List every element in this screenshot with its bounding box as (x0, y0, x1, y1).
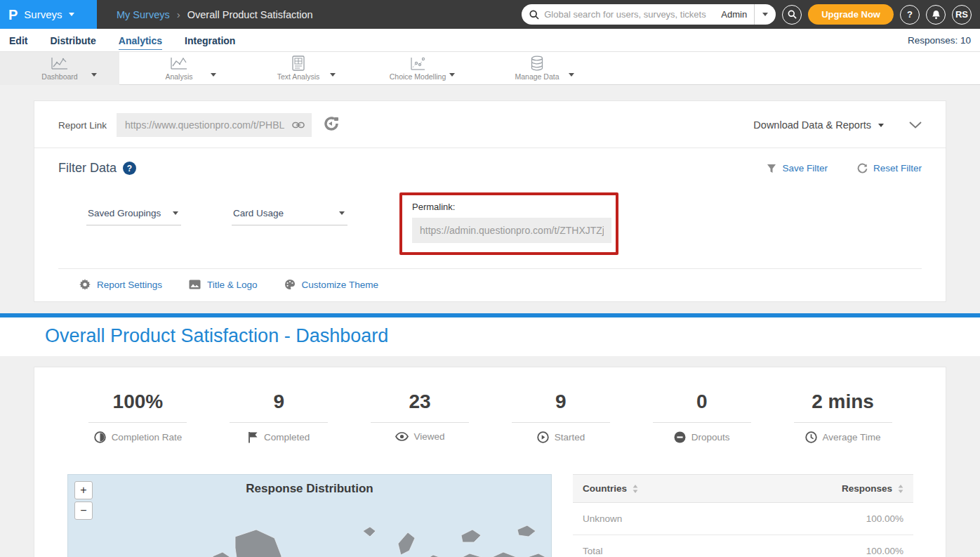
stat-completion-rate: 100% Completion Rate (67, 391, 208, 443)
tab-integration[interactable]: Integration (185, 31, 235, 49)
notifications-button[interactable] (926, 5, 946, 25)
breadcrumb-my-surveys[interactable]: My Surveys (117, 9, 170, 20)
report-footer-links: Report Settings Title & Logo Customize T… (58, 269, 922, 301)
dropdown-caret[interactable] (330, 67, 336, 79)
app-menu-surveys[interactable]: P Surveys (0, 0, 97, 29)
report-settings-link[interactable]: Report Settings (79, 279, 162, 290)
chevron-down-icon (211, 73, 216, 77)
image-icon (189, 280, 201, 289)
dropdown-caret[interactable] (211, 67, 216, 79)
global-search-input[interactable] (544, 9, 714, 20)
world-map[interactable] (68, 510, 552, 557)
filter-help-icon[interactable]: ? (123, 162, 136, 175)
page: P Surveys My Surveys › Overall Product S… (0, 0, 980, 557)
tool-tab-analysis[interactable]: Analysis (119, 52, 239, 85)
stat-label: Average Time (823, 432, 881, 443)
secure-link-icon[interactable] (324, 116, 339, 134)
line-chart-icon (51, 55, 69, 71)
stat-completed: 9 Completed (208, 391, 350, 443)
country-cell: Unknown (573, 503, 736, 535)
refresh-icon (857, 163, 868, 173)
clock-icon (805, 431, 817, 443)
survey-stats-row: 100% Completion Rate 9 Completed 23 (67, 391, 913, 443)
stat-value: 23 (409, 391, 430, 413)
document-table-icon (291, 55, 305, 71)
link-icon[interactable] (292, 121, 305, 129)
tool-tab-choice-modelling[interactable]: Choice Modelling (358, 52, 477, 85)
download-label: Download Data & Reports (753, 119, 871, 131)
chevron-down-icon (878, 124, 884, 127)
help-button[interactable]: ? (900, 5, 920, 25)
divider (653, 422, 751, 423)
user-avatar[interactable]: RS (952, 5, 972, 25)
reset-filter-button[interactable]: Reset Filter (857, 163, 922, 173)
tab-distribute[interactable]: Distribute (50, 31, 95, 49)
chevron-down-icon (339, 211, 345, 215)
reset-filter-label: Reset Filter (873, 163, 922, 173)
filter-data-section: Filter Data ? Save Filter Reset Filter S… (34, 148, 946, 301)
saved-groupings-label: Saved Groupings (88, 208, 161, 218)
contrast-icon (94, 431, 106, 443)
tool-tab-label: Choice Modelling (390, 72, 446, 81)
search-icon (788, 10, 797, 19)
report-link-label: Report Link (58, 120, 107, 131)
tool-tab-text-analysis[interactable]: Text Analysis (239, 52, 358, 85)
question-mark-icon: ? (907, 9, 913, 20)
title-logo-link[interactable]: Title & Logo (189, 280, 258, 290)
report-settings-label: Report Settings (97, 280, 162, 290)
filter-header: Filter Data ? Save Filter Reset Filter (58, 161, 922, 176)
saved-groupings-dropdown[interactable]: Saved Groupings (86, 208, 181, 225)
sort-icon (898, 485, 903, 493)
tool-tab-label: Dashboard (41, 72, 77, 81)
page-title: Overall Product Satisfaction - Dashboard (45, 325, 980, 347)
customize-theme-link[interactable]: Customize Theme (284, 279, 378, 290)
tab-edit[interactable]: Edit (9, 31, 27, 49)
analytics-toolbar: Dashboard Analysis Text Analysis Choice … (0, 52, 980, 85)
stat-label: Completed (264, 432, 310, 443)
table-row: Unknown 100.00% (573, 503, 913, 535)
save-filter-button[interactable]: Save Filter (767, 163, 828, 173)
scatter-chart-icon (409, 55, 426, 71)
zoom-in-button[interactable]: + (74, 481, 93, 499)
download-data-reports-dropdown[interactable]: Download Data & Reports (753, 119, 884, 131)
dashboard-card: 100% Completion Rate 9 Completed 23 (34, 367, 946, 557)
permalink-input[interactable] (412, 218, 611, 243)
search-scope-selector[interactable]: Admin (714, 9, 754, 20)
responses-cell: 100.00% (736, 535, 913, 557)
dropdown-caret[interactable] (569, 67, 574, 79)
minus-circle-icon (674, 431, 686, 443)
line-chart-icon (170, 55, 188, 71)
upgrade-now-button[interactable]: Upgrade Now (808, 4, 894, 25)
dropdown-caret[interactable] (449, 67, 455, 79)
search-button[interactable] (782, 5, 802, 25)
breadcrumb-separator: › (177, 8, 180, 20)
chevron-down-icon (173, 211, 178, 215)
card-usage-dropdown[interactable]: Card Usage (232, 208, 347, 225)
stat-value: 9 (555, 391, 567, 413)
global-search: Admin (522, 4, 776, 25)
tool-tab-label: Analysis (165, 72, 192, 81)
country-cell: Total (573, 535, 736, 557)
palette-icon (284, 279, 296, 290)
avatar-initials: RS (955, 9, 968, 20)
survey-nav: Edit Distribute Analytics Integration Re… (0, 29, 980, 52)
divider (512, 422, 610, 423)
countries-column-header[interactable]: Countries (573, 475, 736, 503)
report-link-input[interactable] (125, 119, 292, 131)
tab-analytics[interactable]: Analytics (119, 31, 162, 50)
table-header-row: Countries Responses (573, 475, 913, 503)
stat-label: Dropouts (691, 432, 730, 443)
divider (230, 422, 328, 423)
dashboard-body: Response Distribution + − (67, 474, 913, 557)
stat-started: 9 Started (490, 391, 631, 443)
tool-tab-dashboard[interactable]: Dashboard (0, 52, 119, 85)
report-link-field (117, 113, 312, 137)
tool-tab-label: Manage Data (515, 72, 559, 81)
dropdown-caret[interactable] (91, 67, 97, 79)
search-scope-dropdown[interactable] (755, 4, 776, 25)
title-logo-label: Title & Logo (207, 280, 258, 290)
collapse-chevron-icon[interactable] (909, 122, 922, 129)
permalink-label: Permalink: (412, 202, 606, 212)
tool-tab-manage-data[interactable]: Manage Data (477, 52, 597, 85)
responses-column-header[interactable]: Responses (736, 475, 913, 503)
